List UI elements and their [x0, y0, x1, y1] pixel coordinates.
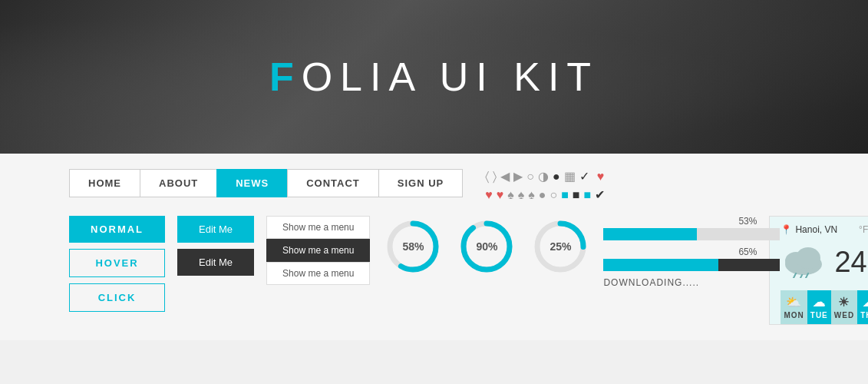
circle-90: 90%	[456, 216, 517, 277]
arrow-left2-icon[interactable]: ◀	[500, 169, 510, 184]
progress-bar-2-wrap: 65%	[603, 247, 757, 271]
location-pin-icon: 📍	[781, 224, 792, 235]
square-dark-icon: ■	[573, 188, 580, 202]
weather-main: 24°	[781, 240, 868, 284]
dropdown-item-3[interactable]: Show me a menu	[266, 262, 370, 285]
progress-bars: 53% 65% DOWNLOADING.....	[603, 216, 757, 288]
hero-title-rest: OLIA UI KIT	[302, 55, 599, 99]
navigation: HOME ABOUT NEWS CONTACT SIGN UP	[69, 169, 462, 197]
components-row: NORMAL HOVER CLICK Edit Me Edit Me Show …	[69, 216, 799, 325]
temperature-display: 24°	[834, 246, 868, 279]
mon-label: MON	[784, 311, 804, 319]
weather-day-tue[interactable]: ☁ TUE	[807, 290, 831, 324]
square-teal2-icon: ■	[583, 188, 591, 202]
circle-empty-icon: ○	[526, 170, 534, 184]
location-text: Hanoi, VN	[795, 224, 837, 235]
circle-90-label: 90%	[476, 240, 497, 253]
top-row: HOME ABOUT NEWS CONTACT SIGN UP 〈 〉 ◀ ▶ …	[69, 169, 799, 202]
weather-day-mon[interactable]: ⛅ MON	[781, 290, 807, 324]
hero-accent-letter: F	[269, 55, 302, 99]
heart3-icon: ♥	[497, 188, 504, 202]
cloud-icon	[781, 240, 827, 284]
thu-label: THU	[860, 311, 868, 319]
progress-label-2: 65%	[603, 247, 757, 257]
thu-icon: ☁	[860, 295, 868, 310]
weather-day-wed[interactable]: ☀ WED	[831, 290, 857, 324]
hero-section: FOLIA UI KIT	[0, 0, 868, 154]
main-content: HOME ABOUT NEWS CONTACT SIGN UP 〈 〉 ◀ ▶ …	[0, 154, 868, 340]
tue-label: TUE	[810, 311, 828, 319]
nav-home[interactable]: HOME	[69, 169, 140, 197]
svg-line-9	[793, 273, 796, 278]
weather-units: °F °C	[859, 224, 868, 235]
circle-outline-icon: ○	[550, 188, 557, 202]
svg-point-8	[796, 247, 820, 269]
circle-sm-icon: ●	[539, 188, 546, 202]
edit-btn-2[interactable]: Edit Me	[177, 249, 254, 276]
circle-25-label: 25%	[550, 240, 571, 253]
state-buttons: NORMAL HOVER CLICK	[69, 216, 165, 312]
circle-25: 25%	[530, 216, 591, 277]
weather-widget: 📍 Hanoi, VN °F °C	[769, 216, 868, 325]
spade1-icon: ♠	[507, 188, 514, 202]
hero-title: FOLIA UI KIT	[269, 54, 599, 100]
downloading-text: DOWNLOADING.....	[603, 277, 757, 288]
nav-signup[interactable]: SIGN UP	[378, 169, 463, 197]
progress-bar-2	[603, 259, 780, 271]
weather-location: 📍 Hanoi, VN	[781, 224, 837, 235]
arrow-left-icon[interactable]: 〈	[485, 170, 489, 184]
circle-full-icon: ●	[553, 170, 560, 184]
check-icon: ✓	[579, 169, 589, 184]
circle-half-icon: ◑	[538, 169, 549, 184]
weather-header: 📍 Hanoi, VN °F °C	[781, 224, 868, 235]
progress-bar-1-wrap: 53%	[603, 216, 757, 240]
progress-circles: 58% 90% 25%	[382, 216, 591, 277]
progress-fill-1	[603, 228, 697, 240]
progress-bar-1	[603, 228, 780, 240]
mon-icon: ⛅	[784, 295, 804, 310]
normal-button[interactable]: NORMAL	[69, 216, 165, 243]
edit-buttons: Edit Me Edit Me	[177, 216, 254, 276]
tue-icon: ☁	[810, 295, 828, 310]
circle-58-label: 58%	[402, 240, 424, 253]
click-button[interactable]: CLICK	[69, 283, 165, 312]
temp-value: 24	[834, 246, 866, 278]
dropdown-item-1[interactable]: Show me a menu	[266, 216, 370, 239]
spade2-icon: ♠	[518, 188, 525, 202]
dropdown-menu: Show me a menu Show me a menu Show me a …	[266, 216, 370, 285]
fahrenheit-label[interactable]: °F	[859, 224, 868, 235]
grid-icon: ▦	[564, 169, 576, 184]
icon-shapes: 〈 〉 ◀ ▶ ○ ◑ ● ▦ ✓ ♥ ♥ ♥ ♠ ♠ ♠ ● ○ ■ ■ ■ …	[485, 169, 608, 202]
check2-icon: ✔	[595, 187, 605, 202]
hover-button[interactable]: HOVER	[69, 249, 165, 277]
dropdown-item-2[interactable]: Show me a menu	[266, 239, 370, 262]
progress-fill-2	[603, 259, 718, 271]
wed-icon: ☀	[834, 295, 854, 310]
circle-58: 58%	[382, 216, 444, 277]
weather-days: ⛅ MON ☁ TUE ☀ WED ☁ THU	[781, 290, 868, 324]
arrow-right2-icon[interactable]: ▶	[513, 169, 523, 184]
progress-label-1: 53%	[603, 216, 757, 227]
wed-label: WED	[834, 311, 854, 319]
heart2-icon: ♥	[485, 188, 493, 202]
svg-line-10	[799, 275, 802, 278]
nav-news[interactable]: NEWS	[216, 169, 288, 197]
heart1-icon: ♥	[597, 170, 605, 184]
edit-btn-1[interactable]: Edit Me	[177, 216, 254, 243]
spade3-icon: ♠	[528, 188, 535, 202]
arrow-right-icon[interactable]: 〉	[493, 170, 497, 184]
weather-day-thu[interactable]: ☁ THU	[857, 290, 868, 324]
nav-contact[interactable]: CONTACT	[287, 169, 379, 197]
square-teal-icon: ■	[561, 188, 569, 202]
nav-about[interactable]: ABOUT	[140, 169, 217, 197]
